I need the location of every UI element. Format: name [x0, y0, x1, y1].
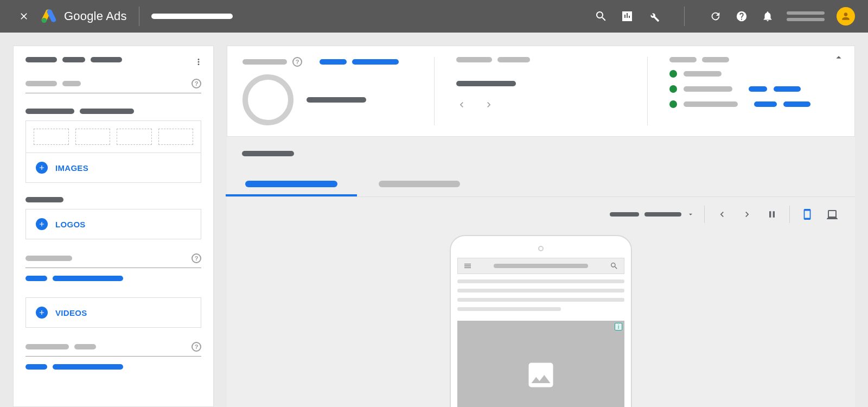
account-switcher[interactable] [787, 11, 825, 21]
checklist-column [669, 57, 839, 125]
image-thumb-slot[interactable] [158, 129, 194, 145]
mock-browser-bar [457, 258, 624, 274]
suggestion-next-button[interactable] [483, 99, 494, 110]
checklist-link[interactable] [749, 86, 767, 92]
business-name-field[interactable]: ? [25, 253, 201, 268]
logos-asset-box: LOGOS [25, 209, 201, 239]
reports-button[interactable] [620, 9, 634, 23]
collapse-card-button[interactable] [833, 52, 845, 63]
preview-toolbar [227, 196, 855, 232]
search-icon [610, 262, 618, 270]
refresh-button[interactable] [709, 9, 723, 23]
image-thumb-slot[interactable] [34, 129, 69, 145]
preview-prev-button[interactable] [714, 207, 730, 222]
preview-tab-1[interactable] [242, 171, 341, 196]
add-images-label: IMAGES [55, 163, 88, 173]
account-avatar[interactable] [837, 7, 855, 26]
add-videos-label: VIDEOS [55, 308, 87, 317]
checklist-link[interactable] [783, 101, 810, 107]
image-thumb-slot[interactable] [117, 129, 152, 145]
help-icon[interactable]: ? [192, 342, 201, 352]
tools-icon [647, 10, 660, 23]
help-icon[interactable]: ? [192, 253, 201, 263]
status-ok-icon [669, 100, 677, 108]
person-icon [840, 11, 851, 22]
ad-strength-meter [242, 74, 412, 125]
preview-placement-dropdown[interactable] [610, 211, 694, 218]
checklist-item [669, 70, 839, 78]
preview-next-button[interactable] [739, 207, 755, 222]
close-button[interactable] [13, 11, 35, 22]
section-heading-assets [25, 109, 201, 114]
product-name: Google Ads [64, 9, 127, 23]
chevron-right-icon [742, 209, 752, 220]
add-videos-button[interactable]: VIDEOS [26, 298, 201, 327]
ad-strength-link[interactable] [352, 59, 399, 65]
close-icon [18, 11, 29, 22]
checklist-item [669, 100, 839, 108]
add-logos-button[interactable]: LOGOS [26, 209, 201, 239]
image-thumbnails [26, 121, 201, 152]
laptop-icon [826, 208, 839, 221]
checklist-item [669, 85, 839, 93]
adchoices-icon[interactable]: i [615, 323, 622, 330]
search-button[interactable] [594, 9, 608, 23]
plus-circle-icon [36, 307, 48, 319]
main-content: ? [227, 46, 855, 407]
suggestion-prev-button[interactable] [456, 99, 467, 110]
toolbar-divider [789, 206, 790, 223]
help-icon[interactable]: ? [192, 79, 201, 88]
preview-title [242, 151, 294, 156]
ad-strength-summary-card: ? [227, 46, 855, 137]
google-ads-logo-icon [41, 9, 56, 24]
device-mobile-button[interactable] [800, 207, 815, 222]
app-bar: Google Ads [0, 0, 868, 33]
chevron-left-icon [717, 209, 727, 220]
checklist-link[interactable] [774, 86, 801, 92]
add-images-button[interactable]: IMAGES [26, 152, 201, 182]
headlines-field[interactable]: ? [25, 342, 201, 357]
chevron-right-icon [483, 99, 494, 110]
device-desktop-button[interactable] [825, 207, 840, 222]
status-ok-icon [669, 70, 677, 78]
help-icon [736, 10, 748, 22]
tools-button[interactable] [646, 9, 660, 23]
images-asset-box: IMAGES [25, 120, 201, 183]
phone-camera-icon [538, 246, 544, 251]
ad-strength-title [242, 59, 287, 65]
mock-text-line [457, 298, 624, 302]
preview-pause-button[interactable] [764, 207, 780, 222]
search-icon [595, 10, 608, 23]
field-hint-link[interactable] [25, 364, 201, 370]
preview-section: i [227, 137, 855, 407]
suggestions-column [456, 57, 626, 125]
checklist-link[interactable] [754, 101, 777, 107]
help-button[interactable] [735, 9, 749, 23]
svg-point-0 [42, 18, 47, 23]
ad-strength-link[interactable] [320, 59, 347, 65]
field-hint-link[interactable] [25, 276, 201, 281]
notifications-button[interactable] [761, 9, 775, 23]
final-url-field[interactable]: ? [25, 79, 201, 93]
add-logos-label: LOGOS [55, 220, 86, 229]
pause-icon [767, 209, 777, 220]
panel-title [25, 57, 201, 62]
more-vert-icon [194, 57, 203, 67]
appbar-divider [139, 7, 139, 26]
preview-tab-2[interactable] [375, 171, 463, 196]
toolbar-divider [704, 206, 705, 223]
section-heading-logos [25, 197, 201, 202]
refresh-icon [710, 10, 722, 22]
image-placeholder-icon [525, 359, 557, 391]
ad-strength-rating [307, 97, 366, 103]
account-selector[interactable] [151, 14, 233, 19]
videos-asset-box: VIDEOS [25, 297, 201, 328]
plus-circle-icon [36, 218, 48, 230]
image-thumb-slot[interactable] [75, 129, 111, 145]
dropdown-caret-icon [687, 211, 694, 218]
help-icon[interactable]: ? [292, 57, 302, 67]
ad-preview-slot: i [457, 321, 624, 407]
appbar-divider-2 [684, 7, 685, 26]
panel-more-menu[interactable] [194, 57, 203, 67]
card-divider [434, 57, 435, 125]
